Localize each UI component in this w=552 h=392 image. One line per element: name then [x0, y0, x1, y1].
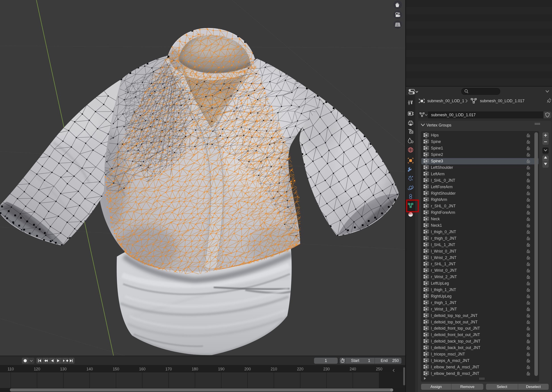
svg-text:RightArm: RightArm [431, 197, 447, 202]
svg-text:230: 230 [323, 367, 330, 371]
svg-text:l_Wrist_2_JNT: l_Wrist_2_JNT [431, 255, 457, 260]
svg-text:l_deltoid_front_bot_out_JNT: l_deltoid_front_bot_out_JNT [431, 333, 480, 337]
svg-text:l_Wrist_0_JNT: l_Wrist_0_JNT [431, 249, 457, 254]
svg-text:110: 110 [7, 367, 14, 371]
svg-text:Start: Start [351, 358, 359, 363]
svg-text:l_deltoid_front_top_out_JNT: l_deltoid_front_top_out_JNT [431, 326, 480, 331]
svg-text:160: 160 [139, 367, 145, 371]
svg-text:140: 140 [86, 367, 93, 371]
svg-text:r_Wrist_0_JNT: r_Wrist_0_JNT [431, 268, 457, 273]
svg-text:1: 1 [368, 358, 370, 363]
svg-text:220: 220 [297, 367, 303, 371]
svg-text:submesh_00_LOD_1.017: submesh_00_LOD_1.017 [480, 99, 524, 103]
svg-text:Spine1: Spine1 [431, 146, 443, 150]
svg-text:240: 240 [349, 367, 356, 371]
svg-text:l_thigh_1_JNT: l_thigh_1_JNT [431, 287, 456, 292]
svg-text:Hips: Hips [431, 133, 439, 137]
svg-text:LeftShoulder: LeftShoulder [431, 165, 453, 170]
svg-text:l_SHL_1_JNT: l_SHL_1_JNT [431, 243, 455, 247]
svg-text:l_thigh_0_JNT: l_thigh_0_JNT [431, 230, 456, 234]
svg-text:LeftUpLeg: LeftUpLeg [431, 281, 449, 286]
svg-text:Neck1: Neck1 [431, 223, 442, 228]
svg-text:l_SHL_0_JNT: l_SHL_0_JNT [431, 178, 455, 183]
svg-text:Spine: Spine [431, 140, 441, 144]
svg-text:r_SHL_0_JNT: r_SHL_0_JNT [431, 204, 456, 209]
svg-text:Spine2: Spine2 [431, 152, 443, 157]
svg-text:l_deltoid_back_bot_out_JNT: l_deltoid_back_bot_out_JNT [431, 345, 480, 350]
svg-text:Spine3: Spine3 [431, 159, 443, 163]
svg-text:170: 170 [165, 367, 172, 371]
svg-text:Vertex Groups: Vertex Groups [426, 123, 451, 127]
svg-text:Neck: Neck [431, 217, 440, 221]
svg-text:RightForeArm: RightForeArm [431, 210, 455, 215]
svg-text:submesh_00_LOD_1.017: submesh_00_LOD_1.017 [431, 113, 475, 117]
svg-text:l_biceps_A_mscl_JNT: l_biceps_A_mscl_JNT [431, 358, 470, 363]
svg-text:120: 120 [34, 367, 40, 371]
svg-text:l_deltoid_top_bot_out_JNT: l_deltoid_top_bot_out_JNT [431, 320, 478, 324]
svg-text:r_SHL_1_JNT: r_SHL_1_JNT [431, 262, 456, 266]
svg-text:150: 150 [113, 367, 119, 371]
svg-text:l_elbow_bend_B_mscl_JNT: l_elbow_bend_B_mscl_JNT [431, 371, 479, 376]
svg-text:200: 200 [244, 367, 251, 371]
svg-text:250: 250 [392, 358, 399, 363]
svg-text:1: 1 [325, 358, 327, 363]
svg-text:LeftArm: LeftArm [431, 172, 444, 176]
svg-text:180: 180 [192, 367, 198, 371]
svg-text:submesh_00_LOD_1: submesh_00_LOD_1 [427, 99, 464, 103]
svg-text:250: 250 [376, 367, 382, 371]
svg-text:210: 210 [270, 367, 277, 371]
svg-text:r_Wrist_2_JNT: r_Wrist_2_JNT [431, 275, 457, 279]
svg-text:l_deltoid_top_top_out_JNT: l_deltoid_top_top_out_JNT [431, 313, 478, 318]
svg-text:l_elbow_bend_A_mscl_JNT: l_elbow_bend_A_mscl_JNT [431, 365, 479, 370]
svg-text:r_thigh_1_JNT: r_thigh_1_JNT [431, 301, 457, 305]
svg-text:130: 130 [60, 367, 66, 371]
svg-text:End: End [381, 358, 388, 363]
svg-text:l_deltoid_back_top_out_JNT: l_deltoid_back_top_out_JNT [431, 339, 480, 344]
svg-text:RightShoulder: RightShoulder [431, 191, 456, 196]
svg-text:190: 190 [218, 367, 224, 371]
svg-text:LeftForeArm: LeftForeArm [431, 185, 452, 189]
svg-text:RightUpLeg: RightUpLeg [431, 294, 451, 298]
svg-text:r_Wrist_1_JNT: r_Wrist_1_JNT [431, 307, 457, 312]
svg-text:l_triceps_mscl_JNT: l_triceps_mscl_JNT [431, 352, 465, 357]
svg-text:r_thigh_0_JNT: r_thigh_0_JNT [431, 236, 457, 241]
